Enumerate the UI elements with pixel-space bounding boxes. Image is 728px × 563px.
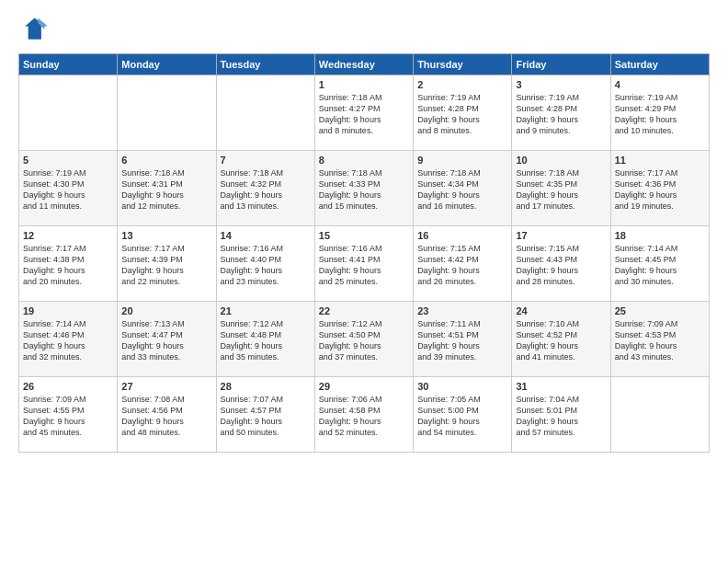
calendar-week-row: 5Sunrise: 7:19 AM Sunset: 4:30 PM Daylig… (19, 151, 710, 226)
calendar-cell: 28Sunrise: 7:07 AM Sunset: 4:57 PM Dayli… (216, 377, 314, 453)
cell-content: Sunrise: 7:10 AM Sunset: 4:52 PM Dayligh… (516, 318, 606, 363)
day-number: 24 (516, 305, 606, 316)
day-number: 15 (319, 230, 409, 241)
calendar-cell: 18Sunrise: 7:14 AM Sunset: 4:45 PM Dayli… (610, 226, 709, 302)
cell-content: Sunrise: 7:06 AM Sunset: 4:58 PM Dayligh… (319, 394, 409, 439)
cell-content: Sunrise: 7:08 AM Sunset: 4:56 PM Dayligh… (121, 394, 211, 439)
day-number: 1 (319, 79, 409, 90)
day-number: 20 (121, 305, 211, 316)
calendar-cell (19, 75, 118, 151)
calendar-cell: 8Sunrise: 7:18 AM Sunset: 4:33 PM Daylig… (314, 151, 413, 226)
cell-content: Sunrise: 7:19 AM Sunset: 4:29 PM Dayligh… (615, 92, 705, 137)
calendar-cell (610, 377, 709, 453)
calendar-cell: 17Sunrise: 7:15 AM Sunset: 4:43 PM Dayli… (512, 226, 610, 302)
calendar-cell: 6Sunrise: 7:18 AM Sunset: 4:31 PM Daylig… (118, 151, 216, 226)
day-number: 9 (417, 155, 507, 166)
day-number: 26 (23, 381, 113, 392)
cell-content: Sunrise: 7:19 AM Sunset: 4:28 PM Dayligh… (516, 92, 606, 137)
day-number: 13 (121, 230, 211, 241)
calendar-day-header: Friday (512, 54, 610, 75)
cell-content: Sunrise: 7:14 AM Sunset: 4:46 PM Dayligh… (23, 318, 113, 363)
calendar-cell: 30Sunrise: 7:05 AM Sunset: 5:00 PM Dayli… (414, 377, 512, 453)
cell-content: Sunrise: 7:18 AM Sunset: 4:27 PM Dayligh… (319, 92, 409, 137)
day-number: 16 (417, 230, 507, 241)
calendar-header-row: SundayMondayTuesdayWednesdayThursdayFrid… (19, 54, 710, 75)
cell-content: Sunrise: 7:11 AM Sunset: 4:51 PM Dayligh… (417, 318, 507, 363)
day-number: 21 (221, 305, 311, 316)
cell-content: Sunrise: 7:05 AM Sunset: 5:00 PM Dayligh… (417, 394, 507, 439)
day-number: 6 (121, 155, 211, 166)
day-number: 14 (221, 230, 311, 241)
cell-content: Sunrise: 7:16 AM Sunset: 4:41 PM Dayligh… (319, 243, 409, 288)
day-number: 10 (516, 155, 606, 166)
calendar-cell: 2Sunrise: 7:19 AM Sunset: 4:28 PM Daylig… (414, 75, 512, 151)
calendar-cell: 29Sunrise: 7:06 AM Sunset: 4:58 PM Dayli… (314, 377, 413, 453)
cell-content: Sunrise: 7:15 AM Sunset: 4:43 PM Dayligh… (516, 243, 606, 288)
day-number: 5 (23, 155, 113, 166)
cell-content: Sunrise: 7:19 AM Sunset: 4:30 PM Dayligh… (23, 167, 113, 213)
day-number: 27 (121, 381, 211, 392)
cell-content: Sunrise: 7:04 AM Sunset: 5:01 PM Dayligh… (516, 394, 606, 439)
day-number: 11 (615, 155, 705, 166)
day-number: 17 (516, 230, 606, 241)
calendar-cell: 22Sunrise: 7:12 AM Sunset: 4:50 PM Dayli… (314, 302, 413, 377)
cell-content: Sunrise: 7:14 AM Sunset: 4:45 PM Dayligh… (615, 243, 705, 288)
calendar-cell: 25Sunrise: 7:09 AM Sunset: 4:53 PM Dayli… (610, 302, 709, 377)
calendar-day-header: Wednesday (314, 54, 413, 75)
cell-content: Sunrise: 7:15 AM Sunset: 4:42 PM Dayligh… (417, 243, 507, 288)
calendar-day-header: Tuesday (216, 54, 314, 75)
day-number: 30 (417, 381, 507, 392)
cell-content: Sunrise: 7:12 AM Sunset: 4:50 PM Dayligh… (319, 318, 409, 363)
calendar-cell: 13Sunrise: 7:17 AM Sunset: 4:39 PM Dayli… (118, 226, 216, 302)
cell-content: Sunrise: 7:18 AM Sunset: 4:35 PM Dayligh… (516, 167, 606, 213)
calendar-cell: 4Sunrise: 7:19 AM Sunset: 4:29 PM Daylig… (610, 75, 709, 151)
calendar-cell: 5Sunrise: 7:19 AM Sunset: 4:30 PM Daylig… (19, 151, 118, 226)
logo (18, 15, 51, 44)
cell-content: Sunrise: 7:13 AM Sunset: 4:47 PM Dayligh… (121, 318, 211, 363)
day-number: 19 (23, 305, 113, 316)
calendar-cell: 26Sunrise: 7:09 AM Sunset: 4:55 PM Dayli… (19, 377, 118, 453)
day-number: 2 (417, 79, 507, 90)
calendar-week-row: 19Sunrise: 7:14 AM Sunset: 4:46 PM Dayli… (19, 302, 710, 377)
calendar-cell (118, 75, 216, 151)
cell-content: Sunrise: 7:18 AM Sunset: 4:32 PM Dayligh… (221, 167, 311, 213)
calendar-cell: 15Sunrise: 7:16 AM Sunset: 4:41 PM Dayli… (314, 226, 413, 302)
day-number: 22 (319, 305, 409, 316)
cell-content: Sunrise: 7:09 AM Sunset: 4:53 PM Dayligh… (615, 318, 705, 363)
calendar-week-row: 26Sunrise: 7:09 AM Sunset: 4:55 PM Dayli… (19, 377, 710, 453)
calendar-day-header: Thursday (414, 54, 512, 75)
calendar-cell: 16Sunrise: 7:15 AM Sunset: 4:42 PM Dayli… (414, 226, 512, 302)
cell-content: Sunrise: 7:19 AM Sunset: 4:28 PM Dayligh… (417, 92, 507, 137)
calendar-day-header: Monday (118, 54, 216, 75)
cell-content: Sunrise: 7:09 AM Sunset: 4:55 PM Dayligh… (23, 394, 113, 439)
page: SundayMondayTuesdayWednesdayThursdayFrid… (0, 0, 728, 563)
day-number: 23 (417, 305, 507, 316)
calendar-cell: 7Sunrise: 7:18 AM Sunset: 4:32 PM Daylig… (216, 151, 314, 226)
cell-content: Sunrise: 7:07 AM Sunset: 4:57 PM Dayligh… (221, 394, 311, 439)
calendar-cell: 19Sunrise: 7:14 AM Sunset: 4:46 PM Dayli… (19, 302, 118, 377)
day-number: 3 (516, 79, 606, 90)
cell-content: Sunrise: 7:18 AM Sunset: 4:33 PM Dayligh… (319, 167, 409, 213)
cell-content: Sunrise: 7:17 AM Sunset: 4:36 PM Dayligh… (615, 167, 705, 213)
day-number: 29 (319, 381, 409, 392)
calendar-cell (216, 75, 314, 151)
cell-content: Sunrise: 7:16 AM Sunset: 4:40 PM Dayligh… (221, 243, 311, 288)
calendar-table: SundayMondayTuesdayWednesdayThursdayFrid… (18, 53, 710, 453)
day-number: 8 (319, 155, 409, 166)
cell-content: Sunrise: 7:17 AM Sunset: 4:38 PM Dayligh… (23, 243, 113, 288)
cell-content: Sunrise: 7:17 AM Sunset: 4:39 PM Dayligh… (121, 243, 211, 288)
calendar-week-row: 12Sunrise: 7:17 AM Sunset: 4:38 PM Dayli… (19, 226, 710, 302)
calendar-cell: 11Sunrise: 7:17 AM Sunset: 4:36 PM Dayli… (610, 151, 709, 226)
calendar-cell: 3Sunrise: 7:19 AM Sunset: 4:28 PM Daylig… (512, 75, 610, 151)
day-number: 4 (615, 79, 705, 90)
day-number: 25 (615, 305, 705, 316)
calendar-cell: 24Sunrise: 7:10 AM Sunset: 4:52 PM Dayli… (512, 302, 610, 377)
calendar-cell: 10Sunrise: 7:18 AM Sunset: 4:35 PM Dayli… (512, 151, 610, 226)
calendar-week-row: 1Sunrise: 7:18 AM Sunset: 4:27 PM Daylig… (19, 75, 710, 151)
calendar-cell: 14Sunrise: 7:16 AM Sunset: 4:40 PM Dayli… (216, 226, 314, 302)
calendar-cell: 23Sunrise: 7:11 AM Sunset: 4:51 PM Dayli… (414, 302, 512, 377)
day-number: 12 (23, 230, 113, 241)
calendar-cell: 21Sunrise: 7:12 AM Sunset: 4:48 PM Dayli… (216, 302, 314, 377)
day-number: 28 (221, 381, 311, 392)
cell-content: Sunrise: 7:18 AM Sunset: 4:31 PM Dayligh… (121, 167, 211, 213)
